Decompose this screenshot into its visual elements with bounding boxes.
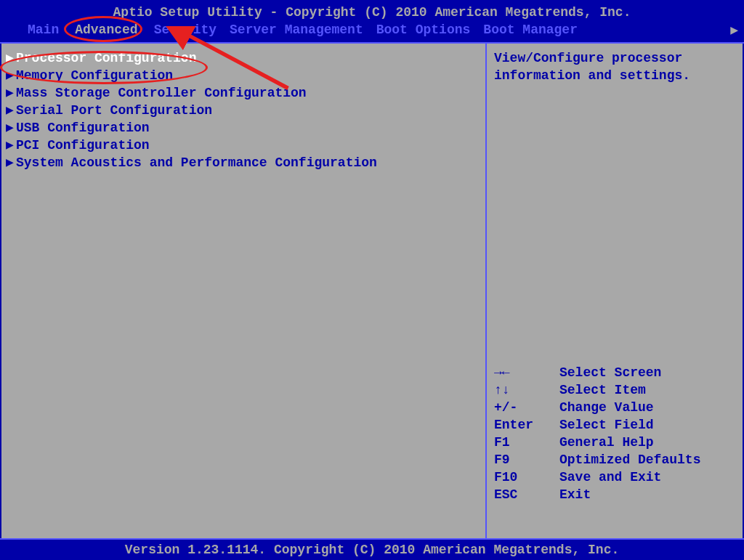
menu-item-mass-storage-controller-configuration[interactable]: ▶Mass Storage Controller Configuration <box>1 84 485 102</box>
tab-advanced[interactable]: Advanced <box>72 21 140 38</box>
key-desc: Select Screen <box>559 364 661 381</box>
key-desc: Select Field <box>559 416 654 434</box>
submenu-arrow-icon: ▶ <box>6 102 16 119</box>
key-key: +/- <box>494 399 559 416</box>
tab-main[interactable]: Main <box>28 21 59 38</box>
key-row: ↑↓Select Item <box>494 381 735 399</box>
key-desc: Change Value <box>559 399 654 416</box>
key-row: F10Save and Exit <box>494 468 735 486</box>
submenu-arrow-icon: ▶ <box>6 137 16 154</box>
key-key: F9 <box>494 451 559 468</box>
key-help-block: →←Select Screen ↑↓Select Item +/-Change … <box>494 364 735 503</box>
menu-item-label: USB Configuration <box>16 121 150 135</box>
key-row: F9Optimized Defaults <box>494 451 735 468</box>
key-key: ↑↓ <box>494 381 559 399</box>
key-desc: General Help <box>559 434 654 451</box>
header-bar: Aptio Setup Utility - Copyright (C) 2010… <box>0 0 744 42</box>
tab-boot-options[interactable]: Boot Options <box>376 21 471 38</box>
key-key: F1 <box>494 434 559 451</box>
nav-right-icon[interactable]: ▶ <box>730 22 738 38</box>
submenu-arrow-icon: ▶ <box>6 67 16 84</box>
key-desc: Optimized Defaults <box>559 451 700 468</box>
key-desc: Save and Exit <box>559 468 661 486</box>
help-text-line: information and settings. <box>494 67 735 84</box>
help-text-line: View/Configure processor <box>494 49 735 67</box>
help-panel: View/Configure processor information and… <box>487 44 744 538</box>
key-row: +/-Change Value <box>494 399 735 416</box>
utility-title: Aptio Setup Utility - Copyright (C) 2010… <box>6 4 738 21</box>
menu-item-label: System Acoustics and Performance Configu… <box>16 155 377 170</box>
tab-boot-manager[interactable]: Boot Manager <box>483 21 578 38</box>
key-row: EnterSelect Field <box>494 416 735 434</box>
menu-item-memory-configuration[interactable]: ▶Memory Configuration <box>1 67 485 84</box>
menu-panel: ▶Processor Configuration ▶Memory Configu… <box>0 44 487 538</box>
tab-security[interactable]: Security <box>154 21 217 38</box>
menu-item-system-acoustics-performance-configuration[interactable]: ▶System Acoustics and Performance Config… <box>1 154 485 171</box>
menu-item-label: Mass Storage Controller Configuration <box>16 86 307 100</box>
version-text: Version 1.23.1114. Copyright (C) 2010 Am… <box>125 543 620 557</box>
submenu-arrow-icon: ▶ <box>6 49 16 67</box>
key-key: ESC <box>494 486 559 503</box>
key-desc: Exit <box>559 486 591 503</box>
menu-item-serial-port-configuration[interactable]: ▶Serial Port Configuration <box>1 102 485 119</box>
menu-item-label: PCI Configuration <box>16 138 150 153</box>
key-row: →←Select Screen <box>494 364 735 381</box>
submenu-arrow-icon: ▶ <box>6 154 16 171</box>
key-desc: Select Item <box>559 381 646 399</box>
key-key: Enter <box>494 416 559 434</box>
tab-server-management[interactable]: Server Management <box>230 21 363 38</box>
menu-item-label: Memory Configuration <box>16 68 173 83</box>
key-row: ESCExit <box>494 486 735 503</box>
menu-item-label: Serial Port Configuration <box>16 103 212 118</box>
key-row: F1General Help <box>494 434 735 451</box>
key-key: →← <box>494 364 559 381</box>
submenu-arrow-icon: ▶ <box>6 119 16 137</box>
tab-bar: Main Advanced Security Server Management… <box>6 21 738 38</box>
content-area: ▶Processor Configuration ▶Memory Configu… <box>0 42 744 540</box>
submenu-arrow-icon: ▶ <box>6 84 16 102</box>
menu-item-label: Processor Configuration <box>16 51 196 65</box>
key-key: F10 <box>494 468 559 486</box>
menu-item-usb-configuration[interactable]: ▶USB Configuration <box>1 119 485 137</box>
menu-item-processor-configuration[interactable]: ▶Processor Configuration <box>1 49 485 67</box>
footer-bar: Version 1.23.1114. Copyright (C) 2010 Am… <box>0 540 744 560</box>
menu-item-pci-configuration[interactable]: ▶PCI Configuration <box>1 137 485 154</box>
